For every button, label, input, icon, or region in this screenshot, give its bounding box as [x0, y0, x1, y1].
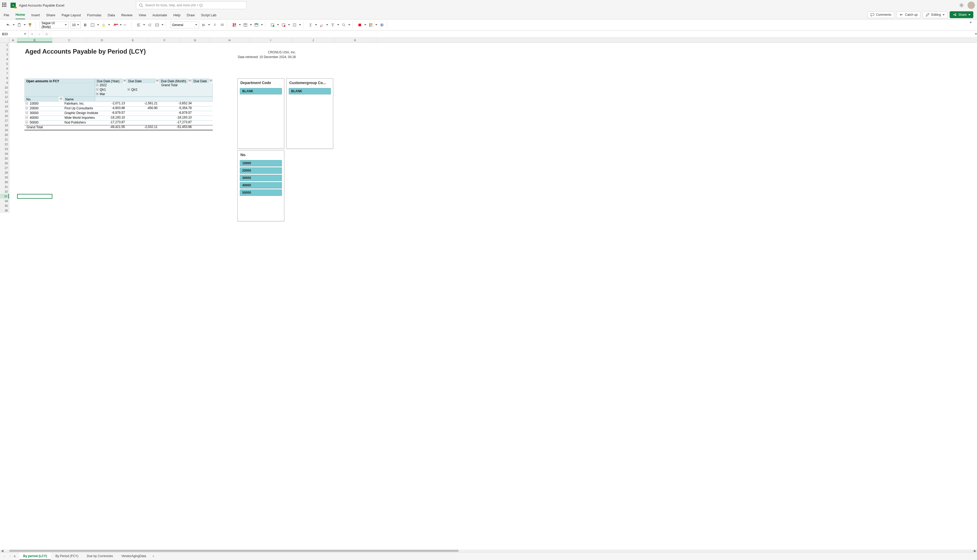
collapse-year[interactable]: − — [96, 84, 99, 86]
copilot-button[interactable] — [379, 22, 385, 28]
collapse-row[interactable]: − — [25, 102, 28, 105]
row-header[interactable]: 21 — [0, 137, 9, 142]
cell-styles-button[interactable] — [254, 22, 259, 28]
find-button[interactable] — [341, 22, 347, 28]
row-header[interactable]: 33 — [0, 194, 9, 199]
autosum-dropdown[interactable] — [315, 24, 317, 25]
slicer-item[interactable]: 20000 — [240, 167, 282, 174]
row-header[interactable]: 28 — [0, 170, 9, 175]
pivot-duedate-filter[interactable] — [210, 79, 212, 82]
collapse-qtr1[interactable]: − — [96, 88, 99, 91]
row-header[interactable]: 3 — [0, 52, 9, 57]
find-dropdown[interactable] — [348, 24, 350, 25]
row-header[interactable]: 12 — [0, 95, 9, 99]
insert-function-button[interactable]: fx — [43, 30, 50, 38]
pivot-year-filter[interactable] — [124, 79, 126, 82]
row-header[interactable]: 13 — [0, 99, 9, 104]
row-header[interactable]: 22 — [0, 142, 9, 147]
ribbon-tab-formulas[interactable]: Formulas — [87, 13, 101, 19]
row-header[interactable]: 10 — [0, 85, 9, 90]
pivot-no-filter[interactable] — [60, 97, 62, 100]
paste-dropdown[interactable] — [24, 24, 26, 25]
collapse-row[interactable]: − — [25, 107, 28, 109]
ribbon-tab-home[interactable]: Home — [15, 13, 25, 19]
ribbon-tab-review[interactable]: Review — [121, 13, 132, 19]
addins-button[interactable] — [357, 22, 362, 28]
row-header[interactable]: 8 — [0, 76, 9, 80]
fill-color-dropdown[interactable] — [108, 24, 110, 25]
row-header[interactable]: 31 — [0, 185, 9, 189]
pivot-quarter-filter[interactable] — [156, 79, 159, 82]
app-launcher-icon[interactable] — [2, 3, 7, 8]
indent-button[interactable] — [147, 22, 152, 28]
row-header[interactable]: 9 — [0, 80, 9, 85]
sort-filter-button[interactable] — [330, 22, 336, 28]
row-header[interactable]: 16 — [0, 113, 9, 118]
increase-decimal-button[interactable]: .0 — [212, 22, 217, 28]
ribbon-tab-draw[interactable]: Draw — [187, 13, 195, 19]
format-cells-button[interactable] — [292, 22, 297, 28]
clear-button[interactable] — [319, 22, 324, 28]
row-header[interactable]: 27 — [0, 165, 9, 170]
font-more-button[interactable]: ⋯ — [124, 23, 129, 27]
font-size-select[interactable]: 10 — [70, 22, 81, 28]
slicer-item[interactable]: 30000 — [240, 175, 282, 181]
row-headers[interactable]: 1234567891011121314151617181920212223242… — [0, 43, 9, 213]
ribbon-tab-insert[interactable]: Insert — [31, 13, 40, 19]
accounting-format-button[interactable]: $€ — [200, 22, 207, 28]
column-header[interactable]: F — [149, 38, 181, 42]
cells-area[interactable]: Aged Accounts Payable by Period (LCY) CR… — [9, 43, 977, 550]
search-input[interactable]: Search for tools, help, and more (Alt + … — [136, 1, 246, 9]
slicer-item[interactable]: 10000 — [240, 160, 282, 166]
column-header[interactable]: J — [292, 38, 334, 42]
analyze-dropdown[interactable] — [375, 24, 377, 25]
align-dropdown[interactable] — [143, 24, 145, 25]
insert-dropdown[interactable] — [277, 24, 279, 25]
undo-dropdown[interactable] — [13, 24, 15, 25]
pivot-month-filter[interactable] — [189, 79, 191, 82]
select-all-corner[interactable] — [0, 38, 9, 43]
conditional-format-button[interactable] — [231, 22, 237, 28]
row-header[interactable]: 29 — [0, 175, 9, 180]
row-header[interactable]: 5 — [0, 62, 9, 66]
borders-dropdown[interactable] — [97, 24, 99, 25]
slicer-no[interactable]: No. 1000020000300004000050000 — [237, 150, 284, 221]
ribbon-tab-view[interactable]: View — [139, 13, 146, 19]
slicer-item[interactable]: 50000 — [240, 190, 282, 196]
editing-mode-button[interactable]: Editing — [923, 11, 947, 18]
slicer-item[interactable]: 40000 — [240, 182, 282, 188]
decrease-decimal-button[interactable]: .00 — [219, 22, 225, 28]
format-table-button[interactable] — [242, 22, 248, 28]
column-header[interactable]: E — [118, 38, 149, 42]
column-header[interactable]: I — [250, 38, 292, 42]
undo-button[interactable] — [5, 22, 11, 28]
row-header[interactable]: 35 — [0, 203, 9, 208]
row-header[interactable]: 30 — [0, 180, 9, 185]
addins-dropdown[interactable] — [364, 24, 366, 25]
ribbon-tab-automate[interactable]: Automate — [152, 13, 167, 19]
expand-formula-bar[interactable] — [971, 30, 977, 38]
row-header[interactable]: 4 — [0, 57, 9, 62]
delete-dropdown[interactable] — [288, 24, 290, 25]
column-header[interactable]: C — [52, 38, 87, 42]
share-button[interactable]: Share — [950, 11, 973, 18]
ribbon-tab-share[interactable]: Share — [46, 13, 55, 19]
catch-up-button[interactable]: Catch up — [896, 11, 920, 18]
name-box[interactable]: B33 — [0, 30, 28, 38]
comments-button[interactable]: Comments — [867, 11, 894, 18]
bold-button[interactable]: B — [82, 22, 88, 28]
row-header[interactable]: 20 — [0, 132, 9, 137]
row-header[interactable]: 19 — [0, 128, 9, 132]
ribbon-tab-file[interactable]: File — [4, 13, 9, 19]
row-header[interactable]: 1 — [0, 43, 9, 47]
column-header[interactable]: B — [17, 38, 52, 42]
ribbon-tab-data[interactable]: Data — [108, 13, 115, 19]
collapse-row[interactable]: − — [25, 112, 28, 114]
borders-button[interactable] — [90, 22, 95, 28]
formula-cancel-button[interactable]: ✕ — [28, 30, 36, 38]
user-avatar[interactable] — [967, 2, 975, 9]
autosum-button[interactable]: Σ — [308, 22, 314, 28]
slicer-department-code[interactable]: Department Code BLANK — [237, 78, 284, 149]
row-header[interactable]: 25 — [0, 156, 9, 161]
clear-dropdown[interactable] — [326, 24, 328, 25]
